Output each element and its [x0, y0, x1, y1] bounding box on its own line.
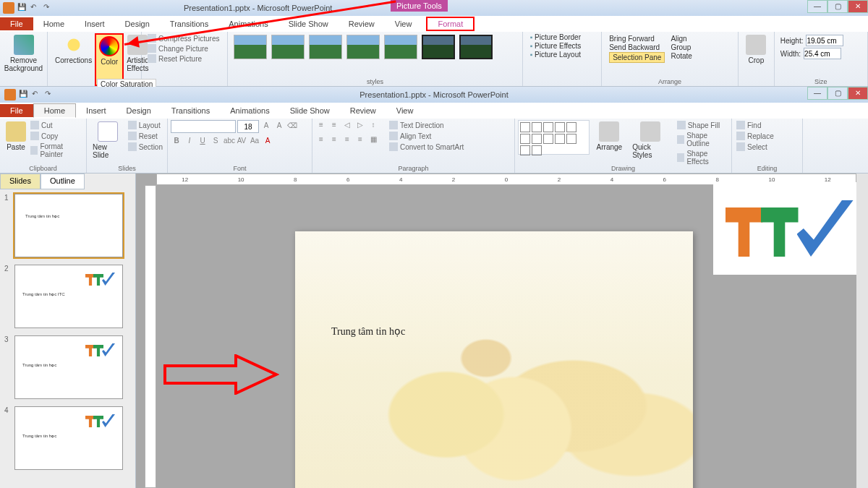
slide-thumbnail[interactable]: 2Trung tâm tin học ITC [4, 265, 131, 328]
picture-styles-gallery[interactable] [232, 33, 517, 61]
redo-icon[interactable]: ↷ [43, 3, 54, 13]
shape-effects-button[interactable]: Shape Effects [676, 149, 728, 166]
send-backward-button[interactable]: Send Backward [609, 43, 665, 51]
vertical-scrollbar[interactable] [856, 174, 868, 488]
style-thumb[interactable] [459, 35, 493, 59]
tab-insert[interactable]: Insert [75, 17, 115, 30]
underline-button[interactable]: U [197, 136, 208, 147]
tab-animations[interactable]: Animations [220, 104, 279, 117]
arrange-button[interactable]: Arrange [594, 120, 626, 166]
grow-font-icon[interactable]: A [260, 121, 272, 132]
shapes-gallery[interactable] [518, 120, 590, 155]
tab-transitions[interactable]: Transitions [161, 104, 220, 117]
format-painter-button[interactable]: Format Painter [29, 142, 83, 159]
copy-button[interactable]: Copy [29, 131, 83, 141]
corrections-button[interactable]: Corrections [52, 33, 95, 86]
font-color-button[interactable]: A [262, 136, 273, 147]
shadow-button[interactable]: abc [223, 136, 234, 147]
tab-home[interactable]: Home [33, 17, 75, 30]
remove-background-button[interactable]: Remove Background [4, 33, 43, 74]
align-text-button[interactable]: Align Text [388, 131, 465, 141]
tab-slideshow[interactable]: Slide Show [280, 104, 340, 117]
slide-thumbnail[interactable]: 1Trung tâm tin học [4, 194, 131, 257]
slides-tab[interactable]: Slides [0, 174, 41, 189]
save-icon[interactable]: 💾 [17, 3, 27, 13]
cut-button[interactable]: Cut [29, 120, 83, 130]
maximize-button[interactable]: ▢ [827, 87, 848, 100]
columns-button[interactable]: ▦ [367, 134, 379, 146]
minimize-button[interactable]: — [807, 87, 827, 100]
width-input[interactable] [804, 48, 841, 59]
strike-button[interactable]: S [210, 136, 221, 147]
paste-button[interactable]: Paste [3, 120, 29, 159]
linespacing-button[interactable]: ↕ [367, 120, 379, 132]
rotate-button[interactable]: Rotate [671, 52, 692, 60]
style-thumb[interactable] [234, 35, 267, 59]
tab-review[interactable]: Review [339, 17, 385, 30]
slide-thumbnail[interactable]: 4Trung tâm tin học [4, 406, 131, 470]
shape-outline-button[interactable]: Shape Outline [676, 131, 728, 148]
tab-format[interactable]: Format [426, 17, 475, 31]
numbering-button[interactable]: ≡ [328, 120, 340, 132]
tab-review[interactable]: Review [340, 104, 386, 117]
undo-icon[interactable]: ↶ [30, 3, 41, 13]
shrink-font-icon[interactable]: A [273, 121, 285, 132]
italic-button[interactable]: I [184, 136, 195, 147]
undo-icon[interactable]: ↶ [32, 90, 42, 100]
font-size-select[interactable] [237, 120, 259, 133]
change-picture-button[interactable]: Change Picture [146, 43, 223, 53]
quick-styles-button[interactable]: Quick Styles [629, 120, 671, 166]
tab-insert[interactable]: Insert [76, 104, 116, 117]
tab-file[interactable]: File [0, 17, 33, 30]
tab-file[interactable]: File [0, 104, 33, 117]
reset-picture-button[interactable]: Reset Picture [146, 53, 223, 64]
maximize-button[interactable]: ▢ [827, 0, 848, 13]
spacing-button[interactable]: AV [236, 136, 247, 147]
crop-button[interactable]: Crop [743, 33, 770, 66]
picture-effects-button[interactable]: Picture Effects [530, 42, 597, 50]
align-left-button[interactable]: ≡ [315, 134, 327, 146]
align-right-button[interactable]: ≡ [341, 134, 353, 146]
tab-design[interactable]: Design [115, 17, 160, 30]
shape-fill-button[interactable]: Shape Fill [676, 120, 728, 130]
tab-view[interactable]: View [385, 17, 422, 30]
style-thumb[interactable] [271, 35, 305, 59]
text-direction-button[interactable]: Text Direction [388, 120, 465, 130]
justify-button[interactable]: ≡ [354, 134, 366, 146]
reset-button[interactable]: Reset [127, 131, 164, 141]
slide-thumbnail[interactable]: 3Trung tâm tin học [4, 335, 131, 399]
replace-button[interactable]: Replace [735, 131, 799, 141]
outdent-button[interactable]: ◁ [341, 120, 353, 132]
tab-transitions[interactable]: Transitions [160, 17, 218, 30]
close-button[interactable]: ✕ [848, 0, 868, 13]
picture-border-button[interactable]: Picture Border [530, 33, 597, 41]
outline-tab[interactable]: Outline [41, 174, 85, 189]
bullets-button[interactable]: ≡ [315, 120, 327, 132]
align-button[interactable]: Align [671, 35, 692, 43]
tab-design[interactable]: Design [116, 104, 161, 117]
font-family-select[interactable] [171, 120, 236, 133]
indent-button[interactable]: ▷ [354, 120, 366, 132]
layout-button[interactable]: Layout [127, 120, 164, 130]
find-button[interactable]: Find [735, 120, 799, 130]
minimize-button[interactable]: — [807, 0, 827, 13]
new-slide-button[interactable]: New Slide [90, 120, 127, 160]
save-icon[interactable]: 💾 [19, 90, 29, 100]
convert-smartart-button[interactable]: Convert to SmartArt [388, 142, 465, 152]
style-thumb[interactable] [346, 35, 380, 59]
slide-canvas[interactable]: 12108642024681012 Trung tâm tin học [136, 174, 868, 488]
height-input[interactable] [806, 35, 843, 46]
clear-format-icon[interactable]: ⌫ [286, 121, 298, 132]
slide-title-text[interactable]: Trung tâm tin học [331, 325, 405, 338]
section-button[interactable]: Section [127, 142, 164, 152]
bold-button[interactable]: B [171, 136, 182, 147]
style-thumb[interactable] [422, 35, 455, 59]
style-thumb[interactable] [384, 35, 417, 59]
align-center-button[interactable]: ≡ [328, 134, 340, 146]
redo-icon[interactable]: ↷ [45, 90, 55, 100]
tab-home[interactable]: Home [33, 103, 76, 118]
style-thumb[interactable] [309, 35, 342, 59]
group-button[interactable]: Group [671, 43, 692, 51]
current-slide[interactable]: Trung tâm tin học [295, 231, 693, 488]
bring-forward-button[interactable]: Bring Forward [609, 35, 665, 43]
